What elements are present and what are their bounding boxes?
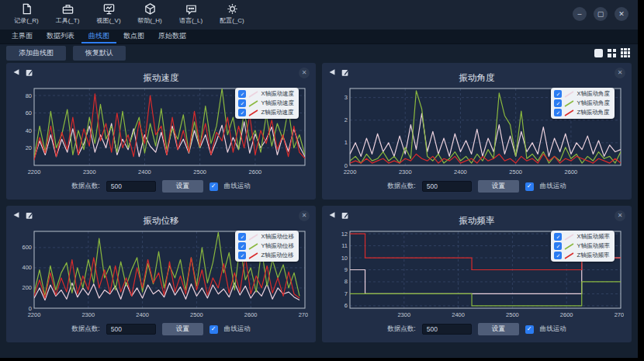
legend-line-sample [248, 109, 258, 116]
svg-text:2200: 2200 [28, 311, 41, 318]
close-button[interactable]: ✕ [615, 7, 628, 21]
marker-icon[interactable] [12, 68, 21, 77]
marker-icon[interactable] [327, 210, 337, 220]
svg-text:2600: 2600 [565, 168, 578, 175]
legend-checkbox[interactable]: ✓ [554, 90, 562, 98]
legend-item: ✓Z轴振动角度 [554, 109, 610, 116]
svg-text:10: 10 [341, 255, 348, 262]
legend-checkbox[interactable]: ✓ [554, 252, 562, 259]
svg-text:2: 2 [345, 116, 348, 123]
tab-data-list[interactable]: 数据列表 [40, 30, 81, 43]
svg-text:2300: 2300 [83, 168, 96, 175]
toolbar-item-language[interactable]: 语言(_L) [174, 2, 208, 25]
legend-checkbox[interactable]: ✓ [238, 252, 246, 259]
svg-text:2500: 2500 [506, 311, 519, 318]
points-count-input[interactable] [422, 324, 472, 335]
toolbar-item-view[interactable]: 视图(_V) [92, 2, 126, 25]
legend-item: ✓X轴振动速度 [238, 90, 294, 98]
svg-text:6: 6 [345, 302, 348, 309]
toolbar-item-config[interactable]: 配置(_C) [215, 2, 249, 25]
tab-curve-chart[interactable]: 曲线图 [81, 30, 116, 43]
minimize-button[interactable]: – [573, 7, 587, 21]
chart-legend: ✓X轴振动频率✓Y轴振动频率✓Z轴振动频率 [551, 231, 615, 262]
tab-main[interactable]: 主界面 [5, 30, 40, 43]
svg-text:2600: 2600 [244, 311, 258, 318]
panel-close-icon[interactable]: ✕ [299, 210, 310, 221]
svg-text:2400: 2400 [452, 311, 465, 318]
svg-text:2700: 2700 [299, 311, 308, 318]
edit-icon[interactable] [341, 210, 350, 220]
points-count-input[interactable] [106, 324, 156, 335]
legend-checkbox[interactable]: ✓ [238, 233, 246, 241]
legend-checkbox[interactable]: ✓ [238, 242, 246, 250]
toolbar-item-label: 语言(_L) [179, 16, 203, 25]
legend-line-sample [248, 91, 258, 98]
panel-close-icon[interactable]: ✕ [615, 210, 625, 221]
points-count-input[interactable] [106, 181, 156, 192]
curve-motion-label: 曲线运动 [224, 325, 251, 334]
panel-close-icon[interactable]: ✕ [299, 68, 310, 78]
settings-button[interactable]: 设置 [478, 323, 519, 335]
tab-scatter-chart[interactable]: 散点图 [116, 30, 151, 43]
svg-text:2400: 2400 [454, 168, 467, 175]
layout-grid-2x2-icon[interactable] [608, 49, 616, 57]
legend-line-sample [564, 252, 574, 259]
curve-motion-label: 曲线运动 [224, 182, 251, 191]
marker-icon[interactable] [12, 210, 21, 220]
chart-grid: ✕ 振动速度 2200230024002500260020406080 ✓X轴振… [6, 63, 632, 342]
legend-item: ✓Z轴振动频率 [554, 252, 610, 259]
svg-text:2300: 2300 [397, 311, 410, 318]
toolbar-item-label: 记录(_R) [14, 16, 39, 25]
settings-button[interactable]: 设置 [478, 180, 519, 193]
legend-item: ✓X轴振动位移 [238, 233, 294, 241]
svg-text:400: 400 [22, 264, 32, 271]
layout-single-icon[interactable] [594, 49, 603, 57]
panel-close-icon[interactable]: ✕ [615, 68, 625, 78]
chart-title: 振动角度 [322, 72, 632, 83]
legend-item: ✓X轴振动角度 [554, 90, 610, 98]
toolbar-item-tools[interactable]: 工具(_T) [50, 2, 85, 25]
curve-motion-checkbox[interactable]: ✓ [209, 182, 218, 191]
toolbar-item-label: 工具(_T) [56, 16, 80, 25]
svg-text:2200: 2200 [28, 168, 41, 175]
legend-checkbox[interactable]: ✓ [238, 99, 246, 107]
svg-text:2700: 2700 [615, 311, 624, 318]
edit-icon[interactable] [25, 210, 34, 220]
marker-icon[interactable] [327, 68, 337, 77]
curve-motion-checkbox[interactable]: ✓ [209, 325, 218, 334]
legend-checkbox[interactable]: ✓ [554, 109, 562, 116]
chart-legend: ✓X轴振动位移✓Y轴振动位移✓Z轴振动位移 [235, 231, 299, 262]
svg-text:600: 600 [22, 244, 32, 251]
points-count-input[interactable] [422, 181, 472, 192]
legend-label: Y轴振动位移 [261, 242, 294, 250]
svg-text:80: 80 [26, 92, 32, 99]
legend-item: ✓X轴振动频率 [554, 233, 610, 241]
curve-motion-checkbox[interactable]: ✓ [525, 182, 534, 191]
legend-line-sample [564, 100, 574, 107]
curve-motion-checkbox[interactable]: ✓ [525, 325, 534, 334]
add-curve-chart-button[interactable]: 添加曲线图 [6, 46, 66, 61]
edit-icon[interactable] [25, 68, 34, 77]
toolbar-item-help[interactable]: 帮助(_H) [133, 2, 167, 25]
svg-text:3: 3 [345, 94, 348, 101]
legend-checkbox[interactable]: ✓ [554, 99, 562, 107]
maximize-button[interactable]: ▢ [594, 7, 608, 21]
title-bar: 记录(_R) 工具(_T) 视图(_V) 帮助(_H) 语言(_L) [0, 0, 638, 30]
legend-checkbox[interactable]: ✓ [238, 90, 246, 98]
legend-checkbox[interactable]: ✓ [554, 242, 562, 250]
legend-checkbox[interactable]: ✓ [238, 109, 246, 116]
edit-icon[interactable] [341, 68, 350, 77]
toolbar-item-label: 帮助(_H) [137, 16, 162, 25]
tab-raw-data[interactable]: 原始数据 [151, 30, 193, 43]
points-count-label: 数据点数: [387, 182, 415, 191]
legend-checkbox[interactable]: ✓ [554, 233, 562, 241]
settings-button[interactable]: 设置 [162, 180, 203, 193]
layout-grid-3x3-icon[interactable] [621, 48, 630, 57]
legend-item: ✓Z轴振动位移 [238, 252, 294, 259]
toolbar-item-record[interactable]: 记录(_R) [9, 2, 43, 25]
settings-button[interactable]: 设置 [162, 323, 203, 335]
svg-text:2500: 2500 [509, 168, 522, 175]
svg-text:1: 1 [345, 139, 348, 146]
reset-default-button[interactable]: 恢复默认 [73, 46, 126, 61]
svg-text:7: 7 [345, 290, 348, 297]
